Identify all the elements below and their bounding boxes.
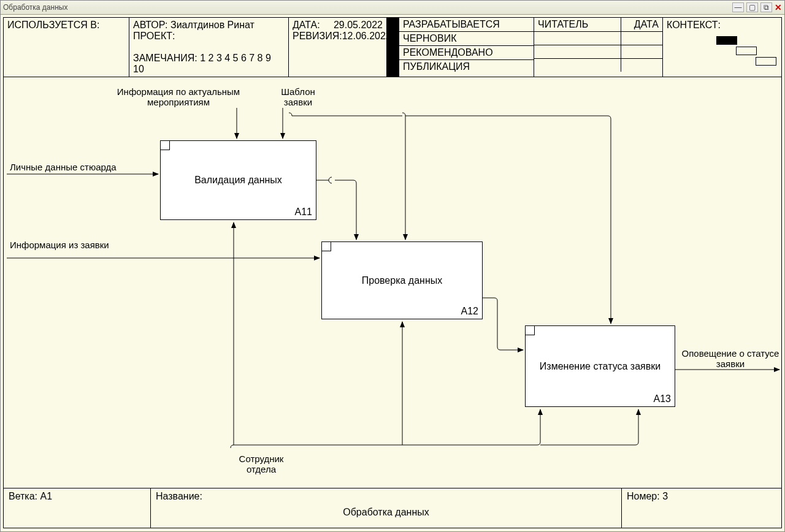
footer-block: Ветка: A1 Название: Обработка данных Ном… — [3, 488, 782, 528]
node-a12-title: Проверка данных — [330, 275, 474, 286]
status-recommended: РЕКОМЕНДОВАНО — [403, 47, 493, 58]
node-a11-title: Валидация данных — [169, 175, 308, 186]
author-value: Зиалтдинов Ринат — [170, 20, 255, 30]
rev-value: 12.06.2022 — [342, 31, 391, 42]
arrow-label-info-events: Информация по актуальныммероприятиям — [114, 86, 243, 107]
reader-label: ЧИТАТЕЛЬ — [538, 19, 588, 29]
title-cell: Название: Обработка данных — [151, 488, 622, 528]
title-label: Название: — [156, 491, 202, 501]
reader-cell: ЧИТАТЕЛЬДАТА — [534, 18, 663, 77]
number-value: 3 — [662, 491, 668, 501]
used-in-label: ИСПОЛЬЗУЕТСЯ В: — [7, 20, 99, 30]
author-project-cell: АВТОР: Зиалтдинов Ринат ПРОЕКТ: ЗАМЕЧАНИ… — [129, 18, 289, 77]
node-a13-title: Изменение статуса заявки — [533, 361, 667, 372]
author-label: АВТОР: — [133, 20, 168, 30]
arrow-label-employee: Сотрудникотдела — [231, 454, 292, 474]
window-title: Обработка данных — [3, 3, 67, 12]
arrow-label-app-info: Информация из заявки — [10, 240, 109, 250]
status-cell: РАЗРАБАТЫВАЕТСЯ ЧЕРНОВИК РЕКОМЕНДОВАНО П… — [399, 18, 534, 77]
close-icon[interactable]: ✕ — [775, 2, 782, 12]
status-publication: ПУБЛИКАЦИЯ — [403, 61, 470, 72]
branch-label: Ветка: — [9, 491, 37, 501]
number-cell: Номер: 3 — [622, 488, 781, 528]
reader-date-label: ДАТА — [634, 19, 659, 29]
node-a12-code: A12 — [461, 306, 478, 317]
branch-cell: Ветка: A1 — [4, 488, 151, 528]
context-icon — [716, 36, 776, 67]
diagram-canvas[interactable]: Информация по актуальныммероприятиям Шаб… — [3, 77, 782, 488]
node-a11-code: A11 — [295, 207, 312, 218]
window-controls: — ▢ ⧉ ✕ — [732, 2, 782, 12]
node-a11[interactable]: Валидация данных A11 — [160, 140, 316, 220]
titlebar[interactable]: Обработка данных — ▢ ⧉ ✕ — [1, 1, 784, 15]
maximize-icon[interactable]: ▢ — [746, 2, 758, 12]
header-block: ИСПОЛЬЗУЕТСЯ В: АВТОР: Зиалтдинов Ринат … — [3, 17, 782, 77]
date-cell: ДАТА:29.05.2022 РЕВИЗИЯ:12.06.2022 — [289, 18, 387, 77]
notes-label: ЗАМЕЧАНИЯ: — [133, 53, 197, 63]
node-a12[interactable]: Проверка данных A12 — [321, 241, 483, 319]
date-label: ДАТА: — [293, 20, 320, 31]
status-developing: РАЗРАБАТЫВАЕТСЯ — [403, 19, 500, 30]
status-draft: ЧЕРНОВИК — [403, 33, 457, 44]
date-value: 29.05.2022 — [334, 20, 383, 31]
context-label: КОНТЕКСТ: — [667, 20, 721, 30]
minimize-icon[interactable]: — — [732, 2, 744, 12]
project-label: ПРОЕКТ: — [133, 31, 175, 41]
arrow-label-personal-data: Личные данные стюарда — [10, 162, 117, 172]
used-in-cell: ИСПОЛЬЗУЕТСЯ В: — [4, 18, 129, 77]
number-label: Номер: — [627, 491, 660, 501]
node-a13[interactable]: Изменение статуса заявки A13 — [525, 325, 675, 407]
context-cell: КОНТЕКСТ: — [663, 18, 781, 77]
status-marker — [387, 18, 399, 77]
branch-value: A1 — [40, 491, 53, 501]
rev-label: РЕВИЗИЯ: — [293, 31, 342, 42]
arrow-label-notify: Оповещение о статусезаявки — [678, 348, 783, 369]
node-a13-code: A13 — [654, 393, 671, 405]
arrow-label-template: Шаблонзаявки — [274, 86, 323, 107]
restore-icon[interactable]: ⧉ — [760, 2, 772, 12]
title-value: Обработка данных — [343, 507, 429, 517]
diagram-window: Обработка данных — ▢ ⧉ ✕ ИСПОЛЬЗУЕТСЯ В:… — [0, 0, 785, 532]
